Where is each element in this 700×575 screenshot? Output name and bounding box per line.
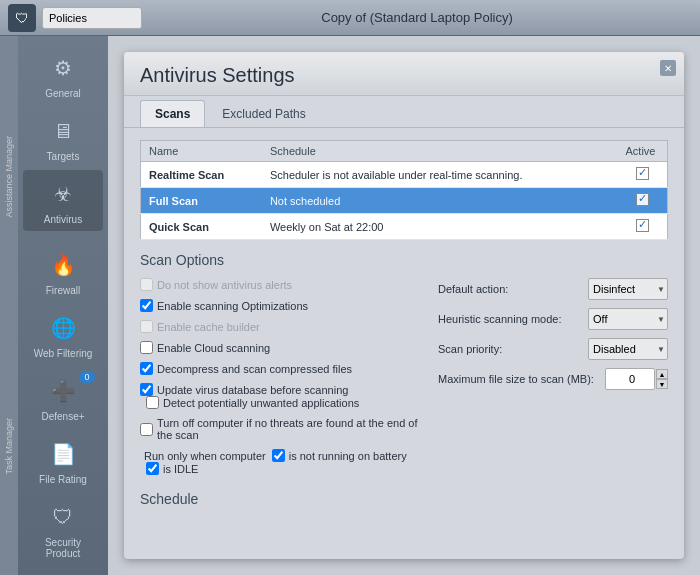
defense-badge: 0 (79, 371, 95, 383)
scan-active-realtime (618, 162, 668, 188)
policies-dropdown[interactable]: Policies (42, 7, 142, 29)
dropdown-scan-priority[interactable]: Disabled Low Normal High ▼ (588, 338, 668, 360)
checkbox-not-on-battery[interactable] (272, 449, 285, 462)
scan-name-quick: Quick Scan (141, 214, 262, 240)
label-cache-builder: Enable cache builder (157, 321, 260, 333)
label-not-on-battery: is not running on battery (289, 450, 407, 462)
sidebar-label-general: General (45, 88, 81, 99)
option-max-file-size: Maximum file size to scan (MB): ▲ ▼ (438, 368, 668, 390)
tabs: Scans Excluded Paths (124, 96, 684, 128)
label-update-virus: Update virus database before scanning (157, 384, 348, 396)
scan-options-title: Scan Options (140, 252, 668, 268)
dropdown-heuristic[interactable]: Off Low Medium High ▼ (588, 308, 668, 330)
spin-down-button[interactable]: ▼ (656, 379, 668, 389)
run-only-prefix: Run only when computer (144, 450, 266, 462)
sidebar-item-antivirus[interactable]: ☣ Antivirus (23, 170, 103, 231)
checkbox-full[interactable] (636, 193, 649, 206)
scan-active-quick (618, 214, 668, 240)
checkbox-is-idle[interactable] (146, 462, 159, 475)
label-is-idle: is IDLE (163, 463, 198, 475)
sidebar-label-defense-plus: Defense+ (41, 411, 84, 422)
content-area: Antivirus Settings ✕ Scans Excluded Path… (108, 36, 700, 575)
sidebar-item-file-rating[interactable]: 📄 File Rating (23, 430, 103, 491)
select-heuristic[interactable]: Off Low Medium High (588, 308, 668, 330)
options-left: Do not show antivirus alerts Enable scan… (140, 278, 422, 483)
window-title: Copy of (Standard Laptop Policy) (142, 10, 692, 25)
select-default-action[interactable]: Disinfect Quarantine Delete Ignore (588, 278, 668, 300)
dropdown-default-action[interactable]: Disinfect Quarantine Delete Ignore ▼ (588, 278, 668, 300)
checkbox-decompress[interactable] (140, 362, 153, 375)
sidebar: ⚙ General 🖥 Targets ☣ Antivirus 🔥 Firewa… (18, 36, 108, 575)
logo-icon: 🛡 (15, 10, 29, 26)
checkbox-no-alerts[interactable] (140, 278, 153, 291)
option-cloud-scanning: Enable Cloud scanning (140, 341, 422, 354)
option-scanning-optimizations: Enable scanning Optimizations (140, 299, 422, 312)
sidebar-item-web-filtering[interactable]: 🌐 Web Filtering (23, 304, 103, 365)
option-decompress: Decompress and scan compressed files (140, 362, 422, 375)
option-no-alerts: Do not show antivirus alerts (140, 278, 422, 291)
firewall-icon: 🔥 (45, 247, 81, 283)
options-right: Default action: Disinfect Quarantine Del… (438, 278, 668, 483)
checkbox-realtime[interactable] (636, 167, 649, 180)
option-heuristic-mode: Heuristic scanning mode: Off Low Medium … (438, 308, 668, 330)
col-name: Name (141, 141, 262, 162)
web-icon: 🌐 (45, 310, 81, 346)
tab-excluded-paths[interactable]: Excluded Paths (207, 100, 320, 127)
checkbox-quick[interactable] (636, 219, 649, 232)
task-manager-label: Task Manager (4, 418, 14, 475)
main-layout: Assistance Manager Task Manager ⚙ Genera… (0, 36, 700, 575)
scan-active-full (618, 188, 668, 214)
checkbox-update-virus[interactable] (140, 383, 153, 396)
panel-body: Name Schedule Active Realtime Scan Sched… (124, 128, 684, 559)
scan-schedule-quick: Weekly on Sat at 22:00 (262, 214, 618, 240)
scans-table: Name Schedule Active Realtime Scan Sched… (140, 140, 668, 240)
vertical-label-container: Assistance Manager Task Manager (0, 36, 18, 575)
monitor-icon: 🖥 (45, 113, 81, 149)
table-row[interactable]: Realtime Scan Scheduler is not available… (141, 162, 668, 188)
label-scan-priority: Scan priority: (438, 343, 588, 355)
option-scan-priority: Scan priority: Disabled Low Normal High … (438, 338, 668, 360)
input-max-file-size[interactable] (605, 368, 655, 390)
checkbox-scanning-optimizations[interactable] (140, 299, 153, 312)
sidebar-item-firewall[interactable]: 🔥 Firewall (23, 241, 103, 302)
sidebar-item-general[interactable]: ⚙ General (23, 44, 103, 105)
assistance-manager-label: Assistance Manager (4, 136, 14, 218)
option-update-virus: Update virus database before scanning De… (140, 383, 422, 409)
option-cache-builder: Enable cache builder (140, 320, 422, 333)
antivirus-icon: ☣ (45, 176, 81, 212)
sidebar-label-firewall: Firewall (46, 285, 80, 296)
sidebar-item-settings[interactable]: ⚙ (23, 567, 103, 575)
sidebar-label-targets: Targets (47, 151, 80, 162)
sidebar-label-security-product: Security Product (27, 537, 99, 559)
app-logo: 🛡 (8, 4, 36, 32)
sidebar-item-security-product[interactable]: 🛡 Security Product (23, 493, 103, 565)
label-no-alerts: Do not show antivirus alerts (157, 279, 292, 291)
schedule-section-title: Schedule (140, 491, 668, 507)
scan-name-realtime: Realtime Scan (141, 162, 262, 188)
select-scan-priority[interactable]: Disabled Low Normal High (588, 338, 668, 360)
sidebar-label-web-filtering: Web Filtering (34, 348, 93, 359)
checkbox-cache-builder[interactable] (140, 320, 153, 333)
col-active: Active (618, 141, 668, 162)
checkbox-detect-pua[interactable] (146, 396, 159, 409)
scan-schedule-realtime: Scheduler is not available under real-ti… (262, 162, 618, 188)
checkbox-cloud-scanning[interactable] (140, 341, 153, 354)
scan-name-full: Full Scan (141, 188, 262, 214)
table-row[interactable]: Full Scan Not scheduled (141, 188, 668, 214)
panel-title: Antivirus Settings (140, 64, 668, 87)
spin-up-button[interactable]: ▲ (656, 369, 668, 379)
tab-scans[interactable]: Scans (140, 100, 205, 127)
panel-close-button[interactable]: ✕ (660, 60, 676, 76)
checkbox-turn-off[interactable] (140, 423, 153, 436)
sidebar-label-antivirus: Antivirus (44, 214, 82, 225)
scan-schedule-full: Not scheduled (262, 188, 618, 214)
table-row[interactable]: Quick Scan Weekly on Sat at 22:00 (141, 214, 668, 240)
max-file-size-spinner[interactable]: ▲ ▼ (605, 368, 668, 390)
options-grid: Do not show antivirus alerts Enable scan… (140, 278, 668, 483)
label-default-action: Default action: (438, 283, 588, 295)
spin-buttons: ▲ ▼ (656, 369, 668, 389)
col-schedule: Schedule (262, 141, 618, 162)
antivirus-settings-panel: Antivirus Settings ✕ Scans Excluded Path… (124, 52, 684, 559)
sidebar-item-targets[interactable]: 🖥 Targets (23, 107, 103, 168)
label-max-file-size: Maximum file size to scan (MB): (438, 373, 605, 385)
